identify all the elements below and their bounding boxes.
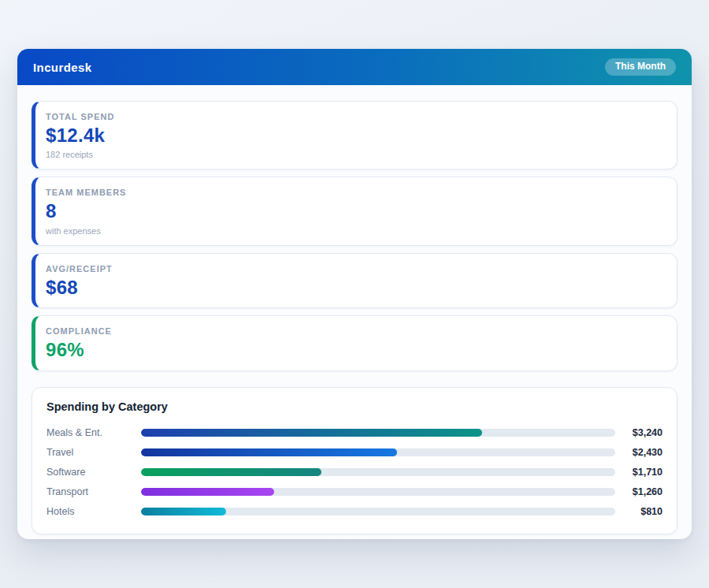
- app-title: Incurdesk: [33, 61, 91, 74]
- stat-card: TOTAL SPEND $12.4k 182 receipts: [32, 101, 677, 169]
- spending-card-title: Spending by Category: [46, 400, 663, 413]
- stat-value: $68: [46, 277, 663, 298]
- category-row: Hotels $810: [46, 502, 663, 522]
- stat-value: 96%: [46, 340, 663, 360]
- category-row: Travel $2,430: [46, 443, 663, 463]
- stat-card: COMPLIANCE 96%: [32, 315, 677, 370]
- category-row: Transport $1,260: [46, 482, 663, 502]
- stat-label: TOTAL SPEND: [46, 112, 663, 121]
- category-bar-fill: [141, 468, 321, 476]
- dashboard-card: Incurdesk This Month TOTAL SPEND $12.4k …: [17, 49, 692, 539]
- stat-card: AVG/RECEIPT $68: [32, 253, 677, 308]
- category-value: $1,260: [615, 486, 663, 497]
- category-bar-fill: [141, 448, 397, 456]
- category-bar-fill: [141, 508, 226, 515]
- category-bar-track: [141, 488, 615, 496]
- category-bar-track: [141, 429, 615, 437]
- category-bar-track: [141, 468, 615, 476]
- category-label: Software: [46, 467, 141, 478]
- category-label: Meals & Ent.: [46, 427, 141, 438]
- category-label: Hotels: [46, 506, 141, 517]
- category-bar-track: [141, 448, 615, 456]
- category-row: Meals & Ent. $3,240: [46, 423, 663, 443]
- category-value: $1,710: [615, 467, 663, 478]
- stat-subtext: 182 receipts: [46, 150, 663, 159]
- category-bar-track: [141, 508, 615, 515]
- category-bar-fill: [141, 429, 482, 437]
- category-value: $810: [615, 506, 663, 517]
- stat-value: $12.4k: [46, 125, 663, 146]
- stats-list: TOTAL SPEND $12.4k 182 receipts TEAM MEM…: [32, 101, 677, 371]
- stat-value: 8: [46, 201, 663, 221]
- category-label: Travel: [46, 447, 141, 458]
- stat-subtext: with expenses: [46, 226, 663, 236]
- page-background: Incurdesk This Month TOTAL SPEND $12.4k …: [0, 0, 709, 588]
- category-label: Transport: [46, 486, 141, 497]
- category-row: Software $1,710: [46, 463, 663, 482]
- category-value: $2,430: [615, 447, 663, 458]
- period-badge[interactable]: This Month: [605, 58, 676, 75]
- category-value: $3,240: [615, 427, 663, 438]
- category-bar-list: Meals & Ent. $3,240 Travel $2,430 Softwa…: [46, 423, 663, 522]
- stat-card: TEAM MEMBERS 8 with expenses: [32, 177, 677, 245]
- app-header: Incurdesk This Month: [17, 49, 692, 85]
- stat-label: TEAM MEMBERS: [46, 188, 663, 197]
- dashboard-body: TOTAL SPEND $12.4k 182 receipts TEAM MEM…: [17, 85, 692, 534]
- category-bar-fill: [141, 488, 274, 496]
- stat-label: AVG/RECEIPT: [46, 264, 663, 274]
- stat-label: COMPLIANCE: [46, 326, 663, 336]
- spending-by-category-card: Spending by Category Meals & Ent. $3,240…: [32, 387, 677, 534]
